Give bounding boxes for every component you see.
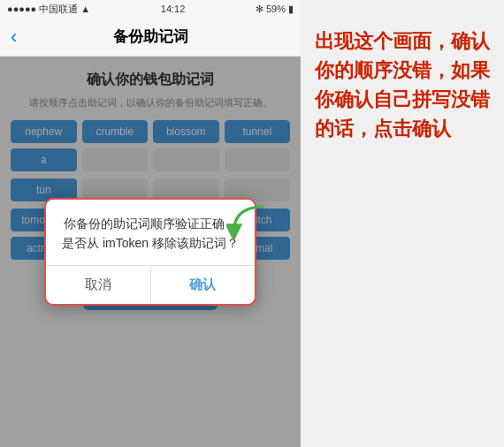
annotation-text: 出现这个画面，确认你的顺序没错，如果你确认自己拼写没错的话，点击确认 [315,27,490,143]
status-right: ✻ 59% ▮ [256,4,294,15]
dialog-overlay: 你备份的助记词顺序验证正确，是否从 imToken 移除该助记词？ 取消 确认 [0,57,301,447]
back-button[interactable]: ‹ [11,26,17,49]
phone-frame: ●●●●● 中国联通 ▲ 14:12 ✻ 59% ▮ ‹ 备份助记词 确认你的钱… [0,0,301,447]
dialog-message: 你备份的助记词顺序验证正确，是否从 imToken 移除该助记词？ [60,214,241,254]
time-display: 14:12 [161,4,186,14]
status-left: ●●●●● 中国联通 ▲ [7,3,90,16]
arrow-wrap [226,203,271,251]
arrow-icon [226,203,271,247]
dialog-buttons: 取消 确认 [46,265,255,304]
annotation-panel: 出现这个画面，确认你的顺序没错，如果你确认自己拼写没错的话，点击确认 [301,0,504,447]
wifi-icon: ▲ [80,4,90,14]
battery-icon: ▮ [288,4,294,15]
nav-title: 备份助记词 [113,27,188,47]
signal-dots: ●●●●● [7,4,36,14]
status-bar: ●●●●● 中国联通 ▲ 14:12 ✻ 59% ▮ [0,0,301,18]
dialog-cancel-button[interactable]: 取消 [46,266,151,304]
battery-label: 59% [266,4,286,14]
dialog-confirm-button[interactable]: 确认 [151,266,256,304]
nav-bar: ‹ 备份助记词 [0,18,301,57]
carrier-label: 中国联通 [39,3,78,16]
main-content: 确认你的钱包助记词 请按顺序点击助记词，以确认你的备份助记词填写正确。 neph… [0,57,301,447]
dialog-box: 你备份的助记词顺序验证正确，是否从 imToken 移除该助记词？ 取消 确认 [44,198,256,307]
bluetooth-icon: ✻ [256,4,263,15]
